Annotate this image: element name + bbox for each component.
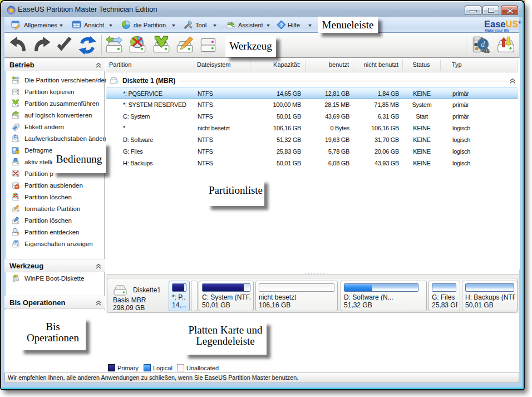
svg-text:?: ? (280, 22, 283, 28)
svg-text:d: d (481, 40, 485, 48)
svg-text:C: C (14, 135, 17, 139)
